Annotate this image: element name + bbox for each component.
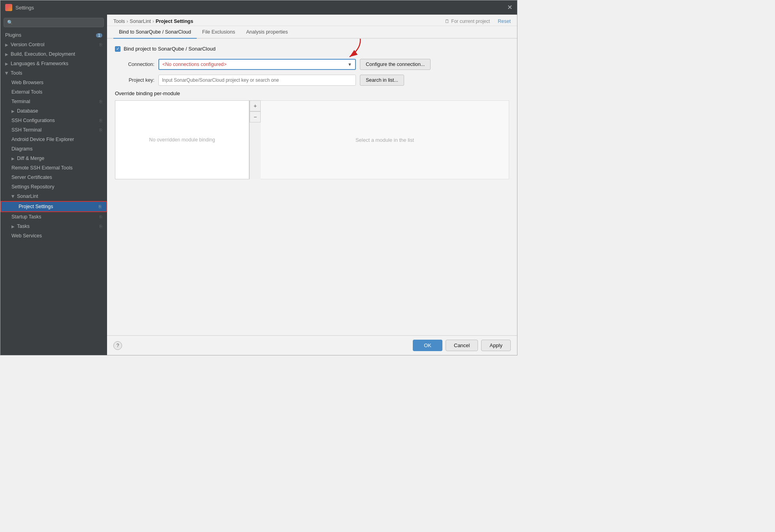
sidebar-item-server-certs[interactable]: Server Certificates bbox=[0, 173, 107, 182]
ok-button[interactable]: OK bbox=[413, 340, 442, 351]
copy-icon: ⎘ bbox=[100, 99, 102, 104]
sidebar-label-ssh: SSH Configurations bbox=[11, 118, 55, 123]
sidebar-label-diff: Diff & Merge bbox=[17, 156, 44, 161]
close-button[interactable]: ✕ bbox=[507, 4, 512, 11]
tab-exclusions[interactable]: File Exclusions bbox=[197, 26, 241, 39]
window-title: Settings bbox=[15, 5, 34, 11]
configure-connection-button[interactable]: Configure the connection... bbox=[360, 59, 431, 70]
sidebar: 🔍 Plugins 1 ▶ Version Control ⎘ ▶ Build,… bbox=[0, 15, 107, 355]
arrow-icon: ▶ bbox=[5, 43, 8, 47]
sidebar-item-languages[interactable]: ▶ Languages & Frameworks bbox=[0, 59, 107, 68]
apply-button[interactable]: Apply bbox=[481, 340, 511, 351]
title-bar: Settings ✕ bbox=[0, 0, 517, 15]
copy-icon: ⎘ bbox=[100, 42, 102, 47]
override-title: Override binding per-module bbox=[115, 90, 509, 96]
search-in-list-button[interactable]: Search in list... bbox=[360, 75, 404, 86]
sidebar-item-ssh-terminal[interactable]: SSH Terminal ⎘ bbox=[0, 125, 107, 135]
sidebar-item-diff-merge[interactable]: ▶ Diff & Merge bbox=[0, 154, 107, 163]
sidebar-item-diagrams[interactable]: Diagrams bbox=[0, 144, 107, 154]
sidebar-label-et: External Tools bbox=[11, 89, 42, 95]
sidebar-item-tools[interactable]: ▶ Tools bbox=[0, 68, 107, 78]
tab-bind[interactable]: Bind to SonarQube / SonarCloud bbox=[113, 26, 197, 39]
sidebar-item-remote-ssh[interactable]: Remote SSH External Tools bbox=[0, 163, 107, 173]
reset-link[interactable]: Reset bbox=[498, 19, 511, 24]
copy-icon: ⎘ bbox=[100, 224, 102, 229]
search-icon: 🔍 bbox=[7, 20, 13, 25]
connection-value: <No connections configured> bbox=[162, 62, 227, 67]
project-key-input[interactable] bbox=[158, 75, 356, 86]
tabs-bar: Bind to SonarQube / SonarCloud File Excl… bbox=[107, 26, 517, 39]
sidebar-label-tasks: Tasks bbox=[17, 224, 30, 229]
sidebar-item-tasks[interactable]: ▶ Tasks ⎘ bbox=[0, 222, 107, 231]
settings-window: Settings ✕ 🔍 Plugins 1 ▶ Version Control… bbox=[0, 0, 517, 355]
sidebar-item-sonarlint[interactable]: ▶ SonarLint bbox=[0, 192, 107, 201]
add-module-button[interactable]: + bbox=[250, 100, 261, 111]
sidebar-item-startup[interactable]: Startup Tasks ⎘ bbox=[0, 212, 107, 222]
sidebar-label-tools: Tools bbox=[11, 70, 22, 76]
sidebar-label-ssht: SSH Terminal bbox=[11, 127, 41, 133]
bc-sep-2: › bbox=[152, 19, 154, 24]
arrow-icon: ▶ bbox=[11, 224, 15, 229]
search-box[interactable]: 🔍 bbox=[4, 18, 104, 27]
remove-module-button[interactable]: − bbox=[250, 111, 261, 122]
bind-checkbox[interactable]: ✓ bbox=[115, 46, 120, 52]
right-panel: Tools › SonarLint › Project Settings 🗒 F… bbox=[107, 15, 517, 355]
dropdown-arrow-icon: ▼ bbox=[348, 62, 352, 67]
sidebar-item-database[interactable]: ▶ Database bbox=[0, 106, 107, 116]
module-detail: Select a module in the list bbox=[261, 100, 509, 179]
copy-icon: ⎘ bbox=[100, 118, 102, 123]
copy-icon: ⎘ bbox=[99, 204, 102, 209]
sidebar-label-plugins: Plugins bbox=[5, 32, 21, 38]
arrow-icon: ▶ bbox=[11, 109, 15, 113]
breadcrumb-bar: Tools › SonarLint › Project Settings 🗒 F… bbox=[107, 15, 517, 26]
search-input[interactable] bbox=[15, 20, 100, 25]
project-icon: 🗒 bbox=[445, 19, 450, 24]
copy-icon: ⎘ bbox=[100, 128, 102, 132]
sidebar-item-android[interactable]: Android Device File Explorer bbox=[0, 135, 107, 144]
cancel-button[interactable]: Cancel bbox=[446, 340, 478, 351]
sidebar-label-ws: Web Services bbox=[11, 233, 42, 239]
tab-analysis[interactable]: Analysis properties bbox=[241, 26, 293, 39]
bind-label: Bind project to SonarQube / SonarCloud bbox=[124, 46, 216, 52]
sidebar-item-plugins[interactable]: Plugins 1 bbox=[0, 30, 107, 40]
arrow-icon: ▶ bbox=[5, 52, 8, 56]
plugins-badge: 1 bbox=[96, 33, 102, 38]
breadcrumb: Tools › SonarLint › Project Settings bbox=[113, 19, 193, 24]
sidebar-label-rssh: Remote SSH External Tools bbox=[11, 165, 73, 171]
app-icon bbox=[5, 4, 12, 11]
sidebar-item-project-settings[interactable]: Project Settings ⎘ bbox=[0, 201, 107, 212]
connection-select[interactable]: <No connections configured> ▼ bbox=[158, 59, 356, 70]
for-project-label: 🗒 For current project bbox=[445, 19, 490, 24]
sidebar-label-certs: Server Certificates bbox=[11, 175, 52, 180]
copy-icon: ⎘ bbox=[100, 214, 102, 219]
sidebar-label-repo: Settings Repository bbox=[11, 184, 54, 190]
sidebar-item-ssh-config[interactable]: SSH Configurations ⎘ bbox=[0, 116, 107, 125]
no-module-text: No overridden module binding bbox=[115, 101, 249, 179]
arrow-down-icon: ▶ bbox=[5, 71, 9, 75]
sidebar-item-settings-repo[interactable]: Settings Repository bbox=[0, 182, 107, 192]
arrow-icon: ▶ bbox=[11, 156, 15, 161]
panel-content: ✓ Bind project to SonarQube / SonarCloud… bbox=[107, 39, 517, 335]
bc-project-settings: Project Settings bbox=[156, 19, 193, 24]
sidebar-label-startup: Startup Tasks bbox=[11, 214, 41, 220]
main-content: 🔍 Plugins 1 ▶ Version Control ⎘ ▶ Build,… bbox=[0, 15, 517, 355]
bind-row: ✓ Bind project to SonarQube / SonarCloud bbox=[115, 46, 509, 52]
sidebar-item-version-control[interactable]: ▶ Version Control ⎘ bbox=[0, 40, 107, 49]
sidebar-label-vc: Version Control bbox=[11, 42, 44, 47]
sidebar-label-ps: Project Settings bbox=[19, 204, 53, 209]
project-key-label: Project key: bbox=[115, 77, 154, 83]
bottom-bar: ? OK Cancel Apply bbox=[107, 335, 517, 355]
sidebar-item-external-tools[interactable]: External Tools bbox=[0, 87, 107, 97]
sidebar-item-build[interactable]: ▶ Build, Execution, Deployment bbox=[0, 49, 107, 59]
module-toolbar: + − bbox=[249, 100, 261, 179]
bc-tools: Tools bbox=[113, 19, 125, 24]
sidebar-label-build: Build, Execution, Deployment bbox=[11, 51, 75, 57]
override-section: Override binding per-module No overridde… bbox=[115, 90, 509, 179]
sidebar-item-web-browsers[interactable]: Web Browsers bbox=[0, 78, 107, 87]
connection-label: Connection: bbox=[115, 62, 154, 67]
help-button[interactable]: ? bbox=[113, 341, 122, 350]
module-list: No overridden module binding bbox=[115, 100, 249, 179]
sidebar-item-terminal[interactable]: Terminal ⎘ bbox=[0, 97, 107, 106]
arrow-icon: ▶ bbox=[5, 62, 8, 66]
sidebar-item-web-services[interactable]: Web Services bbox=[0, 231, 107, 241]
